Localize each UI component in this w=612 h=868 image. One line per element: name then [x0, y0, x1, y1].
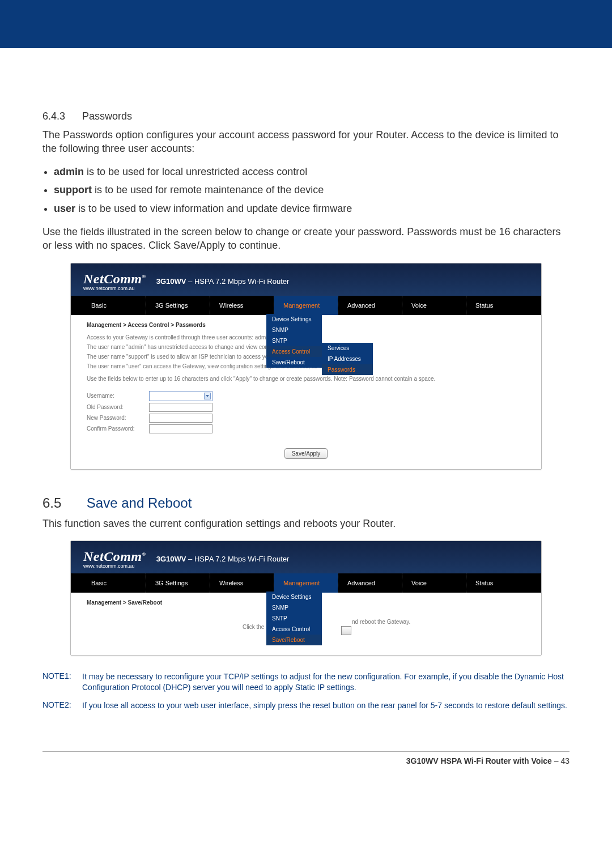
note-text: It may be necessary to reconfigure your …	[82, 671, 570, 693]
header-band	[0, 0, 612, 48]
submenu-passwords[interactable]: Passwords	[322, 364, 373, 375]
router-text: Use the fields below to enter up to 16 c…	[87, 375, 525, 383]
menu-access-control[interactable]: Access Control	[266, 624, 322, 635]
router-tabs: Basic 3G Settings Wireless Management Ad…	[71, 296, 541, 315]
submenu-services[interactable]: Services	[322, 343, 373, 354]
list-item: admin is to be used for local unrestrict…	[54, 164, 570, 180]
tab-wireless[interactable]: Wireless	[210, 573, 274, 593]
old-password-label: Old Password:	[87, 404, 149, 410]
old-password-input[interactable]	[149, 403, 212, 412]
tab-3g-settings[interactable]: 3G Settings	[146, 296, 210, 315]
router-logo-block: NetComm® www.netcomm.com.au	[83, 271, 146, 291]
tab-voice[interactable]: Voice	[402, 296, 466, 315]
username-select[interactable]	[149, 391, 212, 401]
router-header: NetComm® www.netcomm.com.au 3G10WV – HSP…	[71, 541, 541, 573]
tab-management[interactable]: Management	[274, 296, 338, 315]
section-title: Save and Reboot	[87, 495, 192, 510]
menu-snmp[interactable]: SNMP	[266, 325, 322, 335]
account-list: admin is to be used for local unrestrict…	[54, 164, 570, 217]
router-screenshot-passwords: NetComm® www.netcomm.com.au 3G10WV – HSP…	[70, 263, 542, 470]
section-number: 6.5	[42, 495, 61, 510]
password-form: Username: Old Password: New Password: Co…	[87, 391, 525, 433]
button-wrap: Save/Apply	[87, 441, 525, 459]
tab-status[interactable]: Status	[466, 296, 530, 315]
account-user: user	[54, 203, 75, 214]
form-row-confirm-password: Confirm Password:	[87, 424, 525, 433]
note-text: If you lose all access to your web user …	[82, 700, 567, 712]
confirm-password-label: Confirm Password:	[87, 426, 149, 432]
note-label: NOTE1:	[42, 671, 82, 693]
management-menu: Device Settings SNMP SNTP Access Control…	[266, 592, 322, 645]
save-apply-button[interactable]: Save/Apply	[284, 448, 328, 459]
tab-management[interactable]: Management	[274, 573, 338, 593]
list-item: user is to be used to view information a…	[54, 201, 570, 217]
section-intro: The Passwords option configures your acc…	[42, 128, 570, 156]
netcomm-logo: NetComm®	[83, 549, 146, 564]
menu-device-settings[interactable]: Device Settings	[266, 314, 322, 325]
router-logo-block: NetComm® www.netcomm.com.au	[83, 549, 146, 569]
tab-advanced[interactable]: Advanced	[338, 573, 402, 593]
router-screenshot-save-reboot: NetComm® www.netcomm.com.au 3G10WV – HSP…	[70, 541, 542, 656]
section-outro: Use the fields illustrated in the screen…	[42, 225, 570, 253]
logo-subtext: www.netcomm.com.au	[83, 563, 146, 569]
account-admin-desc: is to be used for local unrestricted acc…	[84, 166, 307, 177]
menu-snmp[interactable]: SNMP	[266, 602, 322, 613]
form-row-old-password: Old Password:	[87, 403, 525, 412]
username-label: Username:	[87, 393, 149, 399]
tab-wireless[interactable]: Wireless	[210, 296, 274, 315]
tab-3g-settings[interactable]: 3G Settings	[146, 573, 210, 593]
list-item: support is to be used for remote mainten…	[54, 182, 570, 198]
menu-device-settings[interactable]: Device Settings	[266, 592, 322, 602]
router-model: 3G10WV – HSPA 7.2 Mbps Wi-Fi Router	[156, 555, 290, 563]
form-row-username: Username:	[87, 391, 525, 401]
router-text	[339, 626, 351, 635]
tab-basic[interactable]: Basic	[82, 573, 146, 593]
tab-voice[interactable]: Voice	[402, 573, 466, 593]
router-text: nd reboot the Gateway.	[352, 618, 410, 626]
section-title: Passwords	[82, 110, 132, 122]
account-admin: admin	[54, 166, 84, 177]
menu-save-reboot[interactable]: Save/Reboot	[266, 357, 322, 368]
section-6-4-3-heading: 6.4.3 Passwords	[42, 110, 570, 122]
router-body: Device Settings SNMP SNTP Access Control…	[71, 315, 541, 469]
content: 6.4.3 Passwords The Passwords option con…	[0, 48, 612, 712]
new-password-input[interactable]	[149, 414, 212, 423]
router-header: NetComm® www.netcomm.com.au 3G10WV – HSP…	[71, 263, 541, 296]
notes: NOTE1: It may be necessary to reconfigur…	[42, 671, 570, 712]
note-2: NOTE2: If you lose all access to your we…	[42, 700, 570, 712]
menu-access-control[interactable]: Access Control	[266, 346, 322, 357]
save-reboot-button-icon[interactable]	[341, 626, 351, 635]
account-user-desc: is to be used to view information and up…	[75, 203, 352, 214]
logo-subtext: www.netcomm.com.au	[83, 286, 146, 291]
tab-basic[interactable]: Basic	[82, 296, 146, 315]
submenu-ip-addresses[interactable]: IP Addresses	[322, 354, 373, 364]
menu-sntp[interactable]: SNTP	[266, 613, 322, 624]
section-6-5-heading: 6.5 Save and Reboot	[42, 495, 570, 511]
router-body: Device Settings SNMP SNTP Access Control…	[71, 593, 541, 655]
footer-title: 3G10WV HSPA Wi-Fi Router with Voice	[406, 756, 552, 765]
netcomm-logo: NetComm®	[83, 271, 146, 286]
menu-sntp[interactable]: SNTP	[266, 335, 322, 346]
new-password-label: New Password:	[87, 415, 149, 421]
page: 6.4.3 Passwords The Passwords option con…	[0, 0, 612, 868]
section-intro: This function saves the current configur…	[42, 517, 570, 530]
form-row-new-password: New Password:	[87, 414, 525, 423]
note-1: NOTE1: It may be necessary to reconfigur…	[42, 671, 570, 693]
router-model: 3G10WV – HSPA 7.2 Mbps Wi-Fi Router	[156, 277, 290, 286]
tab-advanced[interactable]: Advanced	[338, 296, 402, 315]
account-support: support	[54, 184, 92, 195]
management-menu: Device Settings SNMP SNTP Access Control…	[266, 314, 322, 368]
router-tabs: Basic 3G Settings Wireless Management Ad…	[71, 573, 541, 593]
note-label: NOTE2:	[42, 700, 82, 712]
account-support-desc: is to be used for remote maintenance of …	[92, 184, 324, 195]
menu-save-reboot[interactable]: Save/Reboot	[266, 635, 322, 645]
page-footer: 3G10WV HSPA Wi-Fi Router with Voice – 43	[42, 751, 570, 765]
section-number: 6.4.3	[42, 110, 65, 122]
confirm-password-input[interactable]	[149, 424, 212, 433]
access-control-submenu: Services IP Addresses Passwords	[322, 343, 373, 375]
footer-page: – 43	[552, 756, 570, 765]
tab-status[interactable]: Status	[466, 573, 530, 593]
